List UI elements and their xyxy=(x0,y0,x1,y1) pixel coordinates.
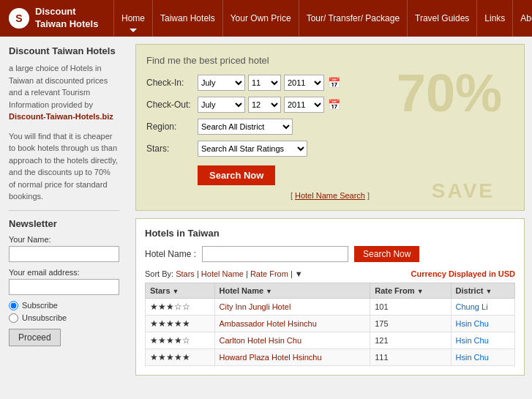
region-select[interactable]: Search All District xyxy=(198,119,293,135)
hotel-stars-cell: ★★★★★ xyxy=(146,349,215,366)
unsubscribe-option[interactable]: Unsubscribe xyxy=(9,313,119,323)
hotel-stars-cell: ★★★★☆ xyxy=(146,332,215,349)
logo-text: Discount Taiwan Hotels xyxy=(35,6,98,31)
nav: Home Taiwan Hotels Your Own Price Tour/ … xyxy=(113,0,532,37)
name-label: Your Name: xyxy=(9,235,119,244)
sort-row: Sort By: Stars | Hotel Name | Rate From … xyxy=(145,269,515,278)
sort-options: Sort By: Stars | Hotel Name | Rate From … xyxy=(145,269,303,278)
nav-item-home[interactable]: Home xyxy=(113,0,152,37)
nav-item-tour[interactable]: Tour/ Transfer/ Package xyxy=(299,0,407,37)
hotels-title: Hotels in Taiwan xyxy=(145,228,515,239)
hotel-name-cell: Carlton Hotel Hsin Chu xyxy=(214,332,370,349)
col-district[interactable]: District ▼ xyxy=(451,283,514,299)
currency-info: Currency Displayed in USD xyxy=(411,269,515,278)
hotel-district-cell: Chung Li xyxy=(451,299,514,316)
main-layout: Discount Taiwan Hotels a large choice of… xyxy=(0,37,532,399)
email-label: Your email address: xyxy=(9,268,119,277)
hotel-district-cell: Hsin Chu xyxy=(451,332,514,349)
hotel-name-label: Hotel Name : xyxy=(145,249,196,259)
search-box: 70% SAVE Find me the best priced hotel C… xyxy=(135,44,525,211)
hotels-table: Stars ▼ Hotel Name ▼ Rate From ▼ Distric… xyxy=(145,283,515,366)
hotel-district-cell: Hsin Chu xyxy=(451,349,514,366)
col-stars[interactable]: Stars ▼ xyxy=(146,283,215,299)
logo-icon: S xyxy=(9,8,29,29)
hotel-stars-cell: ★★★☆☆ xyxy=(146,299,215,316)
hotel-rate-cell: 121 xyxy=(370,332,451,349)
table-row: ★★★★★ Ambassador Hotel Hsinchu 175 Hsin … xyxy=(146,316,515,332)
sidebar-description: a large choice of Hotels in Taiwan at di… xyxy=(9,62,119,123)
currency-badge: USD xyxy=(498,269,515,278)
sidebar-divider xyxy=(9,210,119,211)
search-button[interactable]: Search Now xyxy=(198,165,275,185)
hotel-search-button[interactable]: Search Now xyxy=(354,246,419,262)
name-input[interactable] xyxy=(9,246,119,262)
sidebar-title: Discount Taiwan Hotels xyxy=(9,45,119,56)
checkout-label: Check-Out: xyxy=(146,100,198,110)
subscription-options: Subscribe Unsubscribe xyxy=(9,301,119,323)
stars-label: Stars: xyxy=(146,143,198,154)
district-link[interactable]: Hsin Chu xyxy=(456,336,489,345)
nav-item-links[interactable]: Links xyxy=(476,0,512,37)
newsletter-title: Newsletter xyxy=(9,218,119,229)
hotel-rate-cell: 175 xyxy=(370,316,451,332)
subscribe-radio[interactable] xyxy=(9,301,18,310)
content-area: 70% SAVE Find me the best priced hotel C… xyxy=(128,37,532,399)
district-link[interactable]: Hsin Chu xyxy=(456,319,489,328)
sidebar-link[interactable]: Discount-Taiwan-Hotels.biz xyxy=(9,112,113,121)
header: S Discount Taiwan Hotels Home Taiwan Hot… xyxy=(0,0,532,37)
table-row: ★★★★★ Howard Plaza Hotel Hsinchu 111 Hsi… xyxy=(146,349,515,366)
sort-stars-link[interactable]: Stars xyxy=(176,269,195,278)
district-link[interactable]: Hsin Chu xyxy=(456,353,489,362)
logo: S Discount Taiwan Hotels xyxy=(0,6,113,31)
hotel-name-link[interactable]: City Inn Jungli Hotel xyxy=(220,302,291,311)
col-hotel-name[interactable]: Hotel Name ▼ xyxy=(214,283,370,299)
checkin-year-select[interactable]: 201120122013 xyxy=(284,75,324,91)
table-row: ★★★★☆ Carlton Hotel Hsin Chu 121 Hsin Ch… xyxy=(146,332,515,349)
table-header-row: Stars ▼ Hotel Name ▼ Rate From ▼ Distric… xyxy=(146,283,515,299)
checkout-year-select[interactable]: 201120122013 xyxy=(284,97,324,113)
checkin-day-select[interactable]: 1112345 xyxy=(248,75,281,91)
sort-hotel-name-link[interactable]: Hotel Name xyxy=(201,269,244,278)
sort-label: Sort By: xyxy=(145,269,173,278)
hotel-stars-cell: ★★★★★ xyxy=(146,316,215,332)
checkin-label: Check-In: xyxy=(146,78,198,88)
sidebar-description2: You will find that it is cheaper to book… xyxy=(9,130,119,203)
hotel-name-link[interactable]: Carlton Hotel Hsin Chu xyxy=(220,336,302,345)
table-row: ★★★☆☆ City Inn Jungli Hotel 101 Chung Li xyxy=(146,299,515,316)
checkout-day-select[interactable]: 12123 xyxy=(248,97,281,113)
nav-item-about-us[interactable]: About Us xyxy=(512,0,532,37)
hotel-name-link[interactable]: Ambassador Hotel Hsinchu xyxy=(220,319,317,328)
nav-arrow-icon xyxy=(130,29,137,32)
nav-item-your-own-price[interactable]: Your Own Price xyxy=(222,0,299,37)
hotels-section: Hotels in Taiwan Hotel Name : Search Now… xyxy=(135,218,525,376)
hotel-rate-cell: 111 xyxy=(370,349,451,366)
hotel-district-cell: Hsin Chu xyxy=(451,316,514,332)
unsubscribe-radio[interactable] xyxy=(9,313,18,323)
hotel-name-link[interactable]: Howard Plaza Hotel Hsinchu xyxy=(220,353,322,362)
email-input[interactable] xyxy=(9,279,119,295)
hotel-name-search-link[interactable]: Hotel Name Search xyxy=(295,191,365,200)
proceed-button[interactable]: Proceed xyxy=(9,329,61,346)
discount-percent: 70% xyxy=(397,67,502,119)
checkin-month-select[interactable]: JulyJanuaryFebruaryMarch AprilMayJuneAug… xyxy=(198,75,245,91)
checkout-calendar-icon[interactable]: 📅 xyxy=(328,99,340,111)
hotel-name-input[interactable] xyxy=(202,246,348,262)
hotel-name-cell: Howard Plaza Hotel Hsinchu xyxy=(214,349,370,366)
checkin-calendar-icon[interactable]: 📅 xyxy=(328,77,340,89)
stars-row: Stars: Search All Star Ratings xyxy=(146,141,514,157)
hotel-rate-cell: 101 xyxy=(370,299,451,316)
hotel-name-cell: City Inn Jungli Hotel xyxy=(214,299,370,316)
checkout-month-select[interactable]: JulyJanuaryFebruaryMarch AprilMayJuneAug… xyxy=(198,97,245,113)
col-rate-from[interactable]: Rate From ▼ xyxy=(370,283,451,299)
sidebar: Discount Taiwan Hotels a large choice of… xyxy=(0,37,128,399)
save-text: SAVE xyxy=(432,179,495,203)
sort-rate-link[interactable]: Rate From xyxy=(250,269,288,278)
stars-select[interactable]: Search All Star Ratings xyxy=(198,141,307,157)
subscribe-option[interactable]: Subscribe xyxy=(9,301,119,310)
region-label: Region: xyxy=(146,122,198,132)
nav-item-taiwan-hotels[interactable]: Taiwan Hotels xyxy=(152,0,222,37)
hotel-name-cell: Ambassador Hotel Hsinchu xyxy=(214,316,370,332)
district-link[interactable]: Chung Li xyxy=(456,302,488,311)
nav-item-travel-guides[interactable]: Travel Guides xyxy=(407,0,476,37)
hotel-search-row: Hotel Name : Search Now xyxy=(145,246,515,262)
